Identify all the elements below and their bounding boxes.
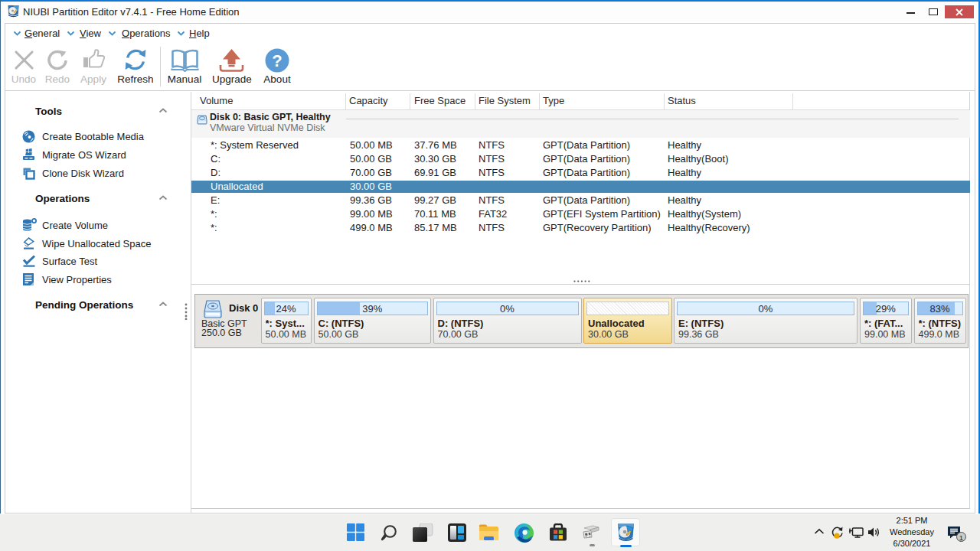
svg-text:?: ?	[272, 51, 282, 70]
